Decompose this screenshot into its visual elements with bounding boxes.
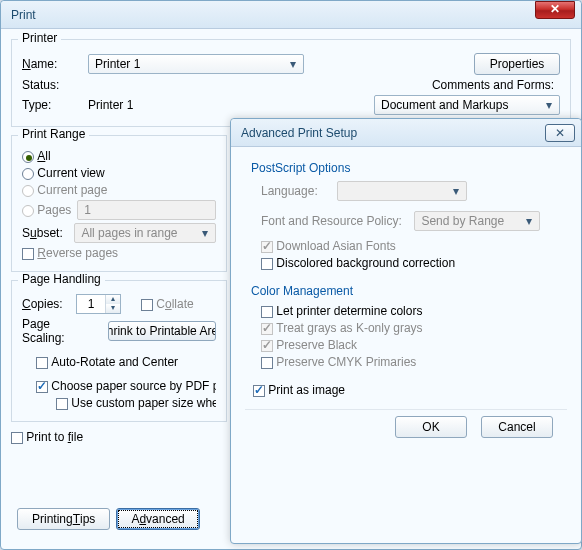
chevron-down-icon: ▾ (541, 98, 557, 112)
check-discolored[interactable] (261, 256, 273, 270)
close-icon[interactable]: ✕ (535, 1, 575, 19)
scaling-combo[interactable]: Shrink to Printable Area (108, 321, 216, 341)
scaling-label: Page Scaling: (22, 317, 95, 345)
properties-button[interactable]: Properties (474, 53, 560, 75)
printer-name-value: Printer 1 (95, 57, 140, 71)
language-combo: ▾ (337, 181, 467, 201)
adv-title: Advanced Print Setup (241, 126, 545, 140)
postscript-heading: PostScript Options (251, 161, 561, 175)
subset-label: Subset: (22, 226, 68, 240)
copies-input[interactable] (77, 295, 105, 313)
handling-legend: Page Handling (18, 272, 105, 286)
check-preserve-cmyk[interactable] (261, 355, 273, 369)
comments-value: Document and Markups (381, 98, 508, 112)
check-print-to-file[interactable] (11, 430, 23, 444)
policy-combo: Send by Range ▾ (414, 211, 540, 231)
print-titlebar: Print ✕ (1, 1, 581, 29)
radio-all[interactable] (22, 149, 34, 163)
check-choose-paper[interactable] (36, 379, 48, 393)
check-download-asian (261, 239, 273, 253)
check-let-printer[interactable] (261, 304, 273, 318)
advanced-button[interactable]: Advanced (116, 508, 199, 530)
copies-spinner[interactable]: ▴▾ (76, 294, 121, 314)
spin-down-icon[interactable]: ▾ (106, 304, 120, 313)
chevron-down-icon: ▾ (285, 57, 301, 71)
language-label: Language: (261, 184, 331, 198)
print-title: Print (11, 8, 535, 22)
radio-current-page (22, 183, 34, 197)
close-icon[interactable]: ✕ (545, 124, 575, 142)
check-custom-paper[interactable] (56, 396, 68, 410)
policy-label: Font and Resource Policy: (261, 214, 402, 228)
range-legend: Print Range (18, 127, 89, 141)
check-auto-rotate[interactable] (36, 355, 48, 369)
radio-pages (22, 203, 34, 217)
name-label: Name: (22, 57, 82, 71)
copies-label: Copies: (22, 297, 70, 311)
printer-group: Printer Name: Printer 1 ▾ Properties Sta… (11, 39, 571, 127)
radio-current-view[interactable] (22, 166, 34, 180)
advanced-print-setup-dialog: Advanced Print Setup ✕ PostScript Option… (230, 118, 582, 544)
cancel-button[interactable]: Cancel (481, 416, 553, 438)
check-collate (141, 297, 153, 311)
pages-input: 1 (77, 200, 216, 220)
adv-titlebar: Advanced Print Setup ✕ (231, 119, 581, 147)
color-heading: Color Management (251, 284, 561, 298)
type-label: Type: (22, 98, 82, 112)
check-preserve-black (261, 338, 273, 352)
comments-combo[interactable]: Document and Markups ▾ (374, 95, 560, 115)
chevron-down-icon: ▾ (448, 184, 464, 198)
comments-label: Comments and Forms: (432, 78, 554, 92)
status-label: Status: (22, 78, 82, 92)
subset-combo: All pages in range ▾ (74, 223, 216, 243)
check-print-as-image[interactable] (253, 383, 265, 397)
check-treat-grays (261, 321, 273, 335)
ok-button[interactable]: OK (395, 416, 467, 438)
chevron-down-icon: ▾ (521, 214, 537, 228)
chevron-down-icon: ▾ (197, 226, 213, 240)
type-value: Printer 1 (88, 98, 133, 112)
printer-legend: Printer (18, 31, 61, 45)
printer-name-combo[interactable]: Printer 1 ▾ (88, 54, 304, 74)
printing-tips-button[interactable]: Printing Tips (17, 508, 110, 530)
page-handling-group: Page Handling Copies: ▴▾ Collate Page Sc… (11, 280, 227, 422)
check-reverse-pages[interactable] (22, 246, 34, 260)
print-range-group: Print Range All Current view Current pag… (11, 135, 227, 272)
